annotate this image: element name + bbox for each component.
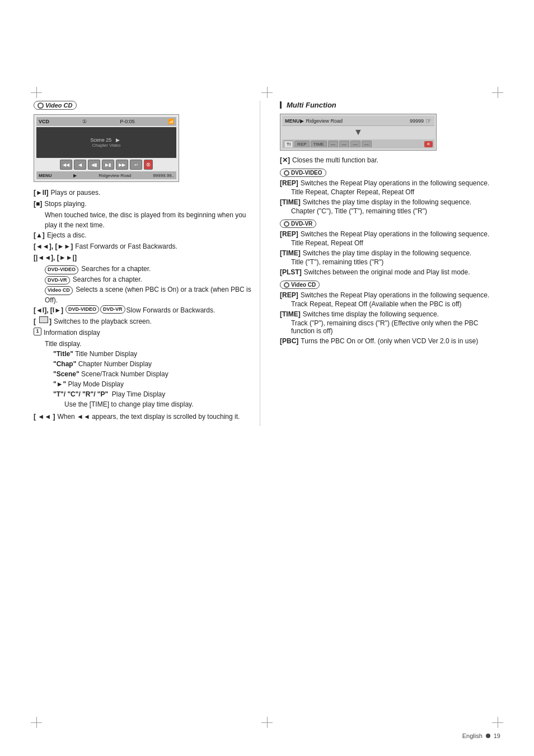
footer-page-number: 19 <box>494 732 500 739</box>
badge-dvdvideo-1-text: Searches for a chapter. <box>81 265 151 273</box>
item-stop-label: [■] <box>34 199 42 209</box>
dvdvideo-time-label: [TIME] <box>280 198 301 206</box>
btn-ffwd[interactable]: ▶▶ <box>116 160 128 170</box>
left-section-heading: Video CD <box>34 101 254 110</box>
dvdvideo-heading: DVD-VIDEO <box>280 169 500 177</box>
item-chapter-search: [|◄◄], [►►|] DVD-VIDEO Searches for a ch… <box>34 253 254 305</box>
btn-rewind[interactable]: ◀◀ <box>60 160 72 170</box>
dvdvideo-time-detail: Chapter ("C"), Title ("T"), remaining ti… <box>280 207 500 215</box>
footer-text: English <box>462 732 483 739</box>
btn-back[interactable]: ◀ <box>74 160 86 170</box>
item-chapter-label: [|◄◄], [►►|] <box>34 253 77 263</box>
btn-record[interactable]: ⦿ <box>144 160 153 170</box>
right-section-title: Multi Function <box>287 101 336 109</box>
vcd-section-title: Video CD <box>291 282 316 288</box>
item-eject: [▲] Ejects a disc. <box>34 230 254 240</box>
mf-tab-dash2[interactable]: — <box>339 141 349 147</box>
device-vcd-label: VCD <box>39 119 49 124</box>
item-ffwd: [◄◄], [►►] Fast Forwards or Fast Backwar… <box>34 241 254 251</box>
item-chapter-vcd: Video CD Selects a scene (when PBC is On… <box>34 284 254 305</box>
badge-dvdvr-1-text: Searches for a chapter. <box>73 276 142 283</box>
device-scene-label: Scene 25 ▶ <box>90 137 123 143</box>
info-scene-key: "Scene" <box>53 370 81 378</box>
info-time-key: "T"/ "C"/ "R"/ "P" <box>53 390 112 398</box>
item-play-pause-text: Plays or pauses. <box>51 188 101 198</box>
dvdvr-plst-label: [PLST] <box>280 268 302 276</box>
info-time: "T"/ "C"/ "R"/ "P" Play Time Display <box>53 389 254 399</box>
item-play-pause: [►II] Plays or pauses. <box>34 188 254 198</box>
two-column-layout: Video CD VCD ① P-0:05 📶 Scene 25 ▶ Chapt… <box>34 101 500 426</box>
vcd-rep-label: [REP] <box>280 291 298 299</box>
info-details: "Title" Title Number Display "Chap" Chap… <box>34 349 254 409</box>
item-stop: [■] Stops playing. When touched twice, t… <box>34 199 254 230</box>
vcd-pbc-text: Turns the PBC On or Off. (only when VCD … <box>301 337 478 345</box>
crosshair-top-center <box>261 87 273 98</box>
dvdvr-rep-text: Switches the Repeat Play operations in t… <box>301 230 490 238</box>
item-stop-sub: When touched twice, the disc is played f… <box>34 210 254 230</box>
item-close-text: Closes the multi function bar. <box>292 156 378 164</box>
vcd-pbc: [PBC] Turns the PBC On or Off. (only whe… <box>280 337 500 345</box>
item-close: [✕] Closes the multi function bar. <box>280 156 500 164</box>
mf-tab-rep[interactable]: REP <box>294 141 309 147</box>
dvdvideo-time-text: Switches the play time display in the fo… <box>303 198 472 206</box>
mf-tab-dash4[interactable]: — <box>362 141 372 147</box>
mf-hand-icon: ☞ <box>425 117 432 125</box>
mf-tab-dash1[interactable]: — <box>328 141 338 147</box>
info-sub: Title display. <box>34 339 254 349</box>
info-scene: "Scene" Scene/Track Number Display <box>53 369 254 379</box>
item-stop-text: Stops playing. <box>44 199 86 209</box>
mf-ridgeview: Ridgeview Road <box>304 118 410 124</box>
btn-prev[interactable]: ◀▮ <box>88 160 100 170</box>
device-counter: 99999.99.. <box>153 173 174 178</box>
info-title-val: Title Number Display <box>75 350 137 358</box>
dvdvr-time: [TIME] Switches the play time display in… <box>280 249 500 266</box>
mf-arrow-down: ▼ <box>282 127 434 137</box>
mf-counter: 99999 <box>410 118 424 124</box>
item-chapter-dvdvr: DVD-VR Searches for a chapter. <box>34 274 254 285</box>
item-slow-label: [◄I], [I►] <box>34 305 63 315</box>
vcd-time-label: [TIME] <box>280 310 301 318</box>
info-play-val: Play Mode Display <box>68 380 124 388</box>
left-column: Video CD VCD ① P-0:05 📶 Scene 25 ▶ Chapt… <box>34 101 260 426</box>
badge-dvdvr-1: DVD-VR <box>45 276 70 285</box>
device-ridgeview: Ridgeview Road <box>99 173 131 178</box>
mf-tab-close[interactable]: ✕ <box>424 141 433 147</box>
mf-tab-ti[interactable]: TI <box>284 141 293 147</box>
dvdvr-time-text: Switches the play time display in the fo… <box>303 249 472 257</box>
page-footer: English 19 <box>462 732 500 739</box>
mf-tab-dash3[interactable]: — <box>350 141 360 147</box>
mf-tab-time[interactable]: TIME <box>311 141 327 147</box>
item-slow-text: Slow Forwards or Backwards. <box>127 305 216 315</box>
item-scroll-text: When ◄◄ appears, the text display is scr… <box>57 412 240 422</box>
info-icon-box: 1 <box>34 328 41 335</box>
crosshair-tr <box>492 87 503 98</box>
info-title-key: "Title" <box>53 350 75 358</box>
info-time-note: Use the [TIME] to change play time displ… <box>53 399 254 409</box>
item-scroll: [ ◄◄ ] When ◄◄ appears, the text display… <box>34 412 254 422</box>
item-close-label: [✕] <box>280 156 290 164</box>
dvdvr-heading: DVD-VR <box>280 220 500 228</box>
badge-dvdvr-2: DVD-VR <box>100 305 125 314</box>
vcd-time: [TIME] Switches time display the followi… <box>280 310 500 335</box>
vcd-rep-detail: Track Repeat, Repeat Off (Available when… <box>280 300 500 308</box>
badge-vcd-1: Video CD <box>45 286 73 295</box>
vcd-time-detail: Track ("P"), remaining discs ("R") (Effe… <box>280 319 500 335</box>
dvdvr-time-detail: Title ("T"), remaining titles ("R") <box>280 258 500 266</box>
mf-device-screen: MENU ▶ Ridgeview Road 99999 ☞ ▼ TI REP T… <box>280 114 437 151</box>
item-info: 1 Information display Title display. "Ti… <box>34 328 254 409</box>
right-section-heading: Multi Function <box>280 101 500 109</box>
item-playback-icon <box>39 316 48 323</box>
section-vbar <box>280 101 282 109</box>
vcd-icon-circle-right <box>284 282 289 288</box>
subsection-dvdvr: DVD-VR [REP] Switches the Repeat Play op… <box>280 220 500 276</box>
dvdvr-plst: [PLST] Switches between the original mod… <box>280 268 500 276</box>
btn-next[interactable]: ▶▮ <box>102 160 114 170</box>
item-playback: [ ] Switches to the playback screen. <box>34 316 254 326</box>
btn-repeat[interactable]: ↩ <box>130 160 142 170</box>
dvdvideo-rep-detail: Title Repeat, Chapter Repeat, Repeat Off <box>280 188 500 196</box>
item-eject-text: Ejects a disc. <box>47 230 87 240</box>
info-chap-key: "Chap" <box>53 360 78 368</box>
item-ffwd-text: Fast Forwards or Fast Backwards. <box>75 241 177 251</box>
mf-menu-label: MENU <box>285 118 300 124</box>
badge-dvdvideo-2: DVD-VIDEO <box>65 305 99 314</box>
